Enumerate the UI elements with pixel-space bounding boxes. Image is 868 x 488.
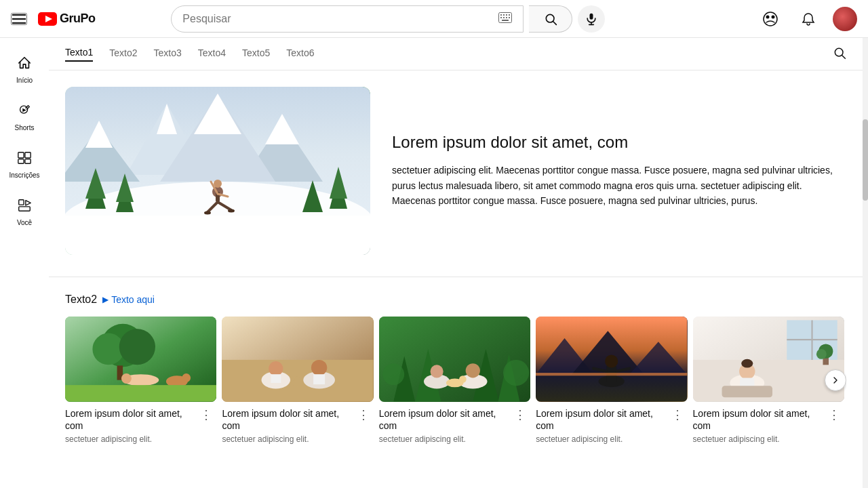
video-card-3-meta: Lorem ipsum dolor sit amet, com sectetue…	[379, 407, 530, 444]
sidebar-item-home-label: Início	[16, 77, 33, 84]
filter-item-texto1[interactable]: Texto1	[65, 47, 93, 62]
svg-rect-9	[506, 17, 507, 18]
svg-rect-25	[19, 200, 24, 205]
search-input[interactable]	[182, 13, 493, 25]
video-card-5-more-button[interactable]: ⋮	[828, 409, 840, 421]
video-card-4-title: Lorem ipsum dolor sit amet, com	[536, 407, 665, 432]
filter-search-icon[interactable]	[833, 46, 846, 62]
svg-rect-7	[500, 17, 502, 18]
svg-point-74	[311, 360, 327, 375]
keyboard-icon[interactable]	[498, 12, 512, 26]
svg-point-57	[228, 209, 235, 213]
svg-rect-67	[65, 385, 216, 401]
header: GruPo	[0, 0, 868, 38]
video-card-2-author: sectetuer adipiscing elit.	[222, 434, 351, 444]
svg-point-97	[605, 354, 618, 367]
video-card-3-info: Lorem ipsum dolor sit amet, com sectetue…	[379, 407, 509, 444]
featured-info: Lorem ipsum dolor sit amet, com sectetue…	[392, 87, 846, 255]
video-card-3-author: sectetuer adipiscing elit.	[379, 434, 509, 444]
svg-rect-75	[313, 374, 325, 384]
create-button[interactable]	[757, 5, 784, 33]
video-card-2-more-button[interactable]: ⋮	[357, 409, 370, 421]
svg-rect-6	[509, 14, 510, 16]
layout: Início Shorts Inscrições	[0, 38, 868, 488]
sidebar-item-you[interactable]: Você	[0, 188, 49, 233]
video-card-5-more: ⋮	[828, 407, 844, 444]
video-card-1-more: ⋮	[200, 407, 216, 444]
sidebar-item-shorts-label: Shorts	[15, 124, 35, 131]
filter-item-texto4[interactable]: Texto4	[198, 47, 226, 61]
video-card-1-meta: Lorem ipsum dolor sit amet, com sectetue…	[65, 407, 216, 444]
video-card-1[interactable]: Lorem ipsum dolor sit amet, com sectetue…	[65, 317, 216, 444]
filter-item-texto5[interactable]: Texto5	[242, 47, 270, 61]
mic-button[interactable]	[578, 5, 605, 33]
video-card-1-author: sectetuer adipiscing elit.	[65, 434, 195, 444]
notifications-button[interactable]	[795, 5, 822, 33]
featured-section: Lorem ipsum dolor sit amet, com sectetue…	[49, 70, 863, 277]
home-icon	[17, 56, 32, 74]
video-card-2-info: Lorem ipsum dolor sit amet, com sectetue…	[222, 407, 351, 444]
video-thumbnail-2	[222, 317, 373, 402]
svg-rect-21	[18, 152, 24, 158]
sidebar-item-subscriptions[interactable]: Inscrições	[0, 141, 49, 186]
svg-point-71	[269, 361, 283, 375]
svg-rect-27	[19, 207, 31, 211]
sidebar-item-home[interactable]: Início	[0, 46, 49, 91]
filter-item-texto6[interactable]: Texto6	[286, 47, 314, 61]
avatar[interactable]	[833, 7, 857, 31]
scrollbar[interactable]	[863, 38, 868, 488]
video-card-3-title: Lorem ipsum dolor sit amet, com	[379, 407, 509, 432]
svg-rect-4	[503, 14, 505, 16]
video-card-2[interactable]: Lorem ipsum dolor sit amet, com sectetue…	[222, 317, 373, 444]
svg-point-86	[465, 363, 479, 378]
svg-line-29	[842, 55, 846, 58]
header-search	[171, 5, 605, 33]
search-button[interactable]	[529, 5, 572, 33]
main-content: Texto1 Texto2 Texto3 Texto4 Texto5 Texto…	[49, 38, 863, 488]
svg-point-18	[766, 15, 770, 18]
video-card-3-more-button[interactable]: ⋮	[514, 409, 526, 421]
svg-point-50	[214, 180, 222, 188]
logo[interactable]: GruPo	[38, 12, 96, 26]
svg-point-19	[772, 15, 775, 18]
svg-rect-14	[590, 13, 593, 19]
video-card-4-info: Lorem ipsum dolor sit amet, com sectetue…	[536, 407, 665, 444]
video-card-5[interactable]: Lorem ipsum dolor sit amet, com sectetue…	[693, 317, 844, 444]
filter-item-texto3[interactable]: Texto3	[154, 47, 182, 61]
video-card-1-title: Lorem ipsum dolor sit amet, com	[65, 407, 195, 432]
hamburger-menu-button[interactable]	[11, 13, 27, 25]
video-card-4-author: sectetuer adipiscing elit.	[536, 434, 665, 444]
svg-rect-8	[503, 17, 505, 18]
video-card-4[interactable]: Lorem ipsum dolor sit amet, com sectetue…	[536, 317, 687, 444]
filter-item-texto2[interactable]: Texto2	[109, 47, 137, 61]
svg-point-61	[119, 329, 155, 365]
video-card-5-title: Lorem ipsum dolor sit amet, com	[693, 407, 823, 432]
video-card-5-info: Lorem ipsum dolor sit amet, com sectetue…	[693, 407, 823, 444]
svg-rect-41	[65, 216, 370, 255]
you-icon	[17, 198, 32, 216]
featured-thumbnail[interactable]	[65, 87, 370, 255]
svg-line-13	[553, 21, 557, 24]
video-row: Lorem ipsum dolor sit amet, com sectetue…	[65, 317, 846, 444]
svg-rect-5	[506, 14, 507, 16]
video-card-4-more-button[interactable]: ⋮	[671, 409, 684, 421]
scroll-right-button[interactable]	[825, 369, 846, 391]
svg-rect-11	[502, 20, 509, 21]
video-section: Texto2 ▶ Texto aqui	[49, 277, 863, 460]
svg-point-66	[182, 373, 191, 382]
section-title: Texto2	[65, 293, 97, 306]
featured-title: Lorem ipsum dolor sit amet, com	[392, 133, 846, 152]
scrollbar-thumb[interactable]	[863, 119, 868, 201]
video-card-2-meta: Lorem ipsum dolor sit amet, com sectetue…	[222, 407, 373, 444]
svg-rect-24	[25, 159, 31, 163]
video-card-1-more-button[interactable]: ⋮	[200, 409, 212, 421]
sidebar-item-shorts[interactable]: Shorts	[0, 94, 49, 138]
svg-point-90	[503, 360, 529, 386]
svg-point-111	[741, 359, 753, 368]
video-card-3-more: ⋮	[514, 407, 530, 444]
youtube-logo-icon	[38, 12, 57, 26]
section-link[interactable]: ▶ Texto aqui	[102, 294, 155, 305]
svg-point-84	[430, 365, 443, 378]
video-card-3[interactable]: Lorem ipsum dolor sit amet, com sectetue…	[379, 317, 530, 444]
shorts-icon	[17, 103, 32, 121]
